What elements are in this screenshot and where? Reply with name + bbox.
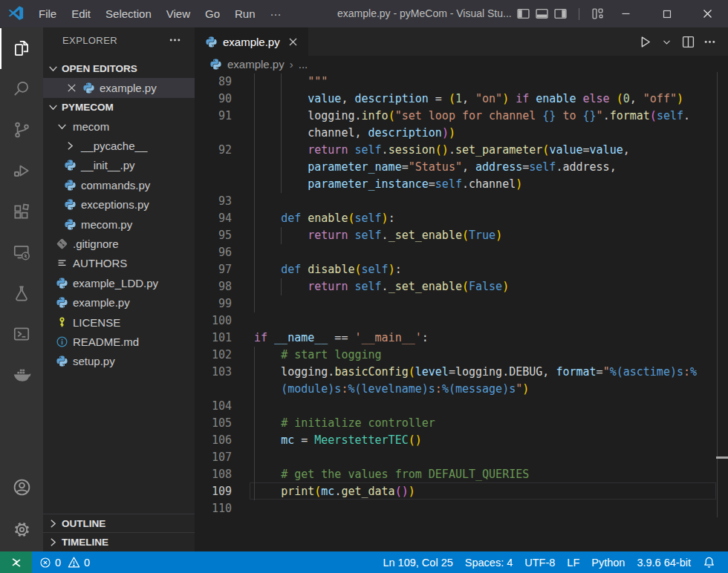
notifications-bell-icon[interactable]	[703, 556, 715, 569]
run-dropdown-chevron-icon[interactable]	[657, 32, 675, 51]
menu-edit[interactable]: Edit	[64, 0, 98, 27]
code-line-99: 99	[195, 295, 728, 312]
line-number: 92	[195, 142, 232, 159]
tab-close-icon[interactable]	[287, 36, 299, 48]
git-file-icon	[56, 238, 68, 250]
tree-item-init-py[interactable]: __init__.py	[43, 156, 195, 175]
open-editor-label: example.py	[100, 82, 157, 94]
run-python-file-button[interactable]	[636, 32, 654, 51]
cursor-position[interactable]: Ln 109, Col 25	[383, 557, 452, 569]
tree-item-setup-py[interactable]: setup.py	[43, 352, 195, 371]
indentation[interactable]: Spaces: 4	[465, 557, 513, 569]
section-timeline[interactable]: TIMELINE	[43, 532, 195, 551]
minimize-button[interactable]	[605, 0, 646, 27]
indent-guide	[254, 244, 255, 261]
menu-run[interactable]: Run	[227, 0, 263, 27]
code-line-110: 110	[195, 500, 728, 517]
close-window-button[interactable]	[687, 0, 728, 27]
tree-item-label: __init__.py	[81, 159, 135, 171]
activity-settings-gear-icon[interactable]	[0, 509, 43, 550]
toggle-secondary-sidebar-icon[interactable]	[551, 0, 570, 27]
code-line-98: 98 return self._set_enable(False)	[195, 278, 728, 295]
menu-[interactable]: ···	[263, 0, 289, 27]
section-open-editors[interactable]: OPEN EDITORS	[43, 59, 195, 78]
tab-example-py[interactable]: example.py	[195, 27, 308, 56]
code-line-wrap: channel, description))	[195, 125, 728, 142]
line-number: 97	[195, 261, 232, 278]
editor-group: example.py	[195, 27, 728, 551]
split-editor-button[interactable]	[679, 32, 697, 51]
indent-guide	[254, 449, 255, 466]
tree-item-example-ldd-py[interactable]: example_LDD.py	[43, 273, 195, 292]
activity-docker-icon[interactable]	[0, 355, 43, 396]
activity-files-icon[interactable]	[0, 28, 43, 69]
line-number: 93	[195, 193, 232, 210]
eol[interactable]: LF	[567, 557, 579, 569]
close-editor-icon[interactable]	[65, 82, 78, 94]
title-bar: FileEditSelectionViewGoRun··· example.py…	[0, 0, 728, 27]
tree-item-commands-py[interactable]: commands.py	[43, 175, 195, 194]
activity-remote-explorer-icon[interactable]	[0, 232, 43, 273]
toggle-sidebar-icon[interactable]	[514, 0, 533, 27]
tree-item-gitignore[interactable]: .gitignore	[43, 234, 195, 253]
more-actions-icon[interactable]	[701, 32, 718, 51]
python-file-icon	[64, 218, 77, 231]
toggle-panel-icon[interactable]	[533, 0, 551, 27]
menu-view[interactable]: View	[159, 0, 198, 27]
chevron-down-icon	[47, 62, 59, 75]
line-number: 99	[195, 295, 232, 312]
breadcrumb-symbol[interactable]: ...	[299, 58, 308, 71]
remote-indicator[interactable]	[0, 551, 32, 573]
tree-item-label: LICENSE	[73, 316, 120, 329]
breadcrumb[interactable]: example.py › ...	[195, 56, 728, 72]
maximize-button[interactable]	[646, 0, 687, 27]
tree-item-mecom-py[interactable]: mecom.py	[43, 215, 195, 234]
section-pymecom[interactable]: PYMECOM	[43, 97, 195, 117]
code-line-91: 91 logging.info("set loop for channel {}…	[195, 108, 728, 125]
code-line-96: 96	[195, 244, 728, 261]
activity-bar	[0, 27, 43, 551]
customize-layout-icon[interactable]	[588, 0, 607, 27]
tree-item-mecom[interactable]: mecom	[43, 117, 195, 136]
key-file-icon	[56, 316, 68, 329]
breadcrumb-chevron-icon: ›	[290, 58, 293, 71]
problems-status[interactable]: 0 0	[39, 551, 90, 573]
code-area[interactable]: 89 """90 value, description = (1, "on") …	[195, 72, 728, 551]
code-line-wrap: parameter_name="Status", address=self.ad…	[195, 159, 728, 176]
python-file-icon	[56, 277, 68, 289]
activity-powershell-icon[interactable]	[0, 314, 43, 355]
line-number: 89	[195, 73, 232, 91]
editor-actions	[636, 27, 718, 56]
tree-item-label: mecom.py	[81, 218, 132, 231]
encoding[interactable]: UTF-8	[524, 557, 555, 569]
python-file-icon	[56, 355, 68, 367]
line-number: 95	[195, 227, 232, 244]
section-outline[interactable]: OUTLINE	[43, 514, 195, 533]
python-interpreter[interactable]: 3.9.6 64-bit	[637, 557, 691, 569]
tree-item-pycache[interactable]: __pycache__	[43, 136, 195, 155]
activity-account-icon[interactable]	[0, 467, 43, 508]
tree-item-authors[interactable]: AUTHORS	[43, 254, 195, 273]
tree-item-label: .gitignore	[73, 238, 119, 250]
open-editor-example-py[interactable]: example.py	[43, 78, 195, 97]
tree-item-label: exceptions.py	[81, 198, 149, 211]
line-number: 96	[195, 244, 232, 261]
language-mode[interactable]: Python	[591, 557, 625, 569]
tree-item-example-py[interactable]: example.py	[43, 293, 195, 312]
menu-file[interactable]: File	[31, 0, 64, 27]
explorer-actions-icon[interactable]	[169, 33, 181, 46]
warning-count: 0	[84, 557, 90, 569]
menu-selection[interactable]: Selection	[98, 0, 159, 27]
indent-guide	[254, 193, 255, 210]
activity-source-control-icon[interactable]	[0, 110, 43, 151]
tree-item-readme-md[interactable]: README.md	[43, 332, 195, 351]
menu-go[interactable]: Go	[198, 0, 227, 27]
activity-run-debug-icon[interactable]	[0, 151, 43, 191]
line-number: 90	[195, 91, 232, 108]
tree-item-exceptions-py[interactable]: exceptions.py	[43, 195, 195, 215]
activity-search-icon[interactable]	[0, 69, 43, 110]
breadcrumb-file[interactable]: example.py	[227, 58, 285, 71]
tree-item-license[interactable]: LICENSE	[43, 312, 195, 332]
activity-extensions-icon[interactable]	[0, 191, 43, 232]
activity-testing-icon[interactable]	[0, 273, 43, 314]
